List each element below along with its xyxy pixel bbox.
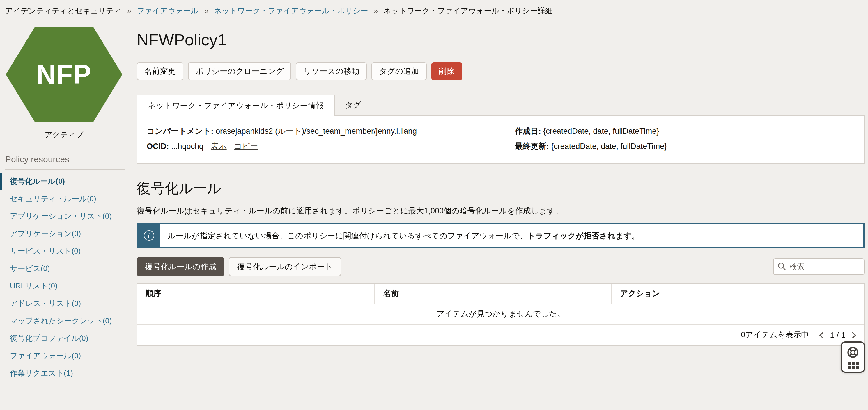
policy-information-panel: コンパートメント: orasejapankids2 (ルート)/sec_team… xyxy=(137,115,865,164)
updated-label: 最終更新: xyxy=(515,142,549,150)
info-banner-text: ルールが指定されていない場合、このポリシーに関連付けられているすべてのファイアウ… xyxy=(159,231,648,240)
table-footer: 0アイテムを表示中 1 / 1 xyxy=(137,324,864,345)
pagination: 1 / 1 xyxy=(818,331,857,339)
sidebar-item-url-lists[interactable]: URLリスト(0) xyxy=(0,277,131,295)
delete-button[interactable]: 削除 xyxy=(431,62,462,80)
created-row: 作成日: {createdDate, date, fullDateTime} xyxy=(515,124,855,139)
move-resource-button[interactable]: リソースの移動 xyxy=(296,62,367,80)
sidebar-item-application-lists[interactable]: アプリケーション・リスト(0) xyxy=(0,208,131,225)
sidebar-item-mapped-secrets[interactable]: マップされたシークレット(0) xyxy=(0,312,131,330)
chevron-right-icon xyxy=(850,331,857,339)
decryption-rules-table: 順序 名前 アクション アイテムが見つかりませんでした。 0アイテムを表示中 1… xyxy=(137,283,865,346)
clone-policy-button[interactable]: ポリシーのクローニング xyxy=(188,62,291,80)
page-title: NFWPolicy1 xyxy=(137,30,865,50)
info-banner-text-normal: ルールが指定されていない場合、このポリシーに関連付けられているすべてのファイアウ… xyxy=(168,231,527,240)
breadcrumb-separator: » xyxy=(374,6,378,15)
column-header-order: 順序 xyxy=(137,284,375,304)
search-box xyxy=(773,258,865,275)
sidebar-item-applications[interactable]: アプリケーション(0) xyxy=(0,225,131,242)
breadcrumb-item-identity-security: アイデンティティとセキュリティ xyxy=(5,6,121,15)
updated-row: 最終更新: {createdDate, date, fullDateTime} xyxy=(515,139,855,154)
resource-hexagon-label: NFP xyxy=(36,59,92,90)
breadcrumb-separator: » xyxy=(204,6,209,15)
compartment-label: コンパートメント: xyxy=(147,127,213,136)
table-header-row: 順序 名前 アクション xyxy=(137,284,864,304)
sidebar-item-decryption-profiles[interactable]: 復号化プロファイル(0) xyxy=(0,330,131,347)
detail-tabs: ネットワーク・ファイアウォール・ポリシー情報 タグ xyxy=(137,95,865,115)
next-page-button[interactable] xyxy=(850,331,857,339)
decryption-rules-title: 復号化ルール xyxy=(137,180,865,197)
sidebar: NFP アクティブ Policy resources 復号化ルール(0) セキュ… xyxy=(0,16,131,382)
created-label: 作成日: xyxy=(515,127,541,136)
action-buttons: 名前変更 ポリシーのクローニング リソースの移動 タグの追加 削除 xyxy=(137,62,865,80)
breadcrumb-separator: » xyxy=(127,6,131,15)
previous-page-button[interactable] xyxy=(818,331,825,339)
status-label: アクティブ xyxy=(0,130,128,140)
grid-dots-icon xyxy=(847,362,858,368)
column-header-name: 名前 xyxy=(375,284,612,304)
breadcrumb-link-network-firewall-policies[interactable]: ネットワーク・ファイアウォール・ポリシー xyxy=(214,6,368,15)
sidebar-item-address-lists[interactable]: アドレス・リスト(0) xyxy=(0,295,131,312)
rename-button[interactable]: 名前変更 xyxy=(137,62,183,80)
compartment-value: orasejapankids2 (ルート)/sec_team_member/je… xyxy=(216,127,417,136)
column-header-action: アクション xyxy=(612,284,864,304)
tab-tags[interactable]: タグ xyxy=(335,95,372,115)
tab-policy-information[interactable]: ネットワーク・ファイアウォール・ポリシー情報 xyxy=(137,95,335,116)
sidebar-item-services[interactable]: サービス(0) xyxy=(0,260,131,277)
chevron-left-icon xyxy=(818,331,825,339)
add-tags-button[interactable]: タグの追加 xyxy=(371,62,427,80)
rules-toolbar: 復号化ルールの作成 復号化ルールのインポート xyxy=(137,257,865,276)
main-content: NFWPolicy1 名前変更 ポリシーのクローニング リソースの移動 タグの追… xyxy=(131,16,868,346)
lifebuoy-icon xyxy=(846,346,859,358)
search-icon xyxy=(778,262,786,270)
resource-hexagon-icon: NFP xyxy=(6,27,122,122)
info-banner: i ルールが指定されていない場合、このポリシーに関連付けられているすべてのファイ… xyxy=(137,223,865,248)
created-value: {createdDate, date, fullDateTime} xyxy=(543,127,659,136)
sidebar-item-service-lists[interactable]: サービス・リスト(0) xyxy=(0,242,131,260)
compartment-row: コンパートメント: orasejapankids2 (ルート)/sec_team… xyxy=(147,124,515,139)
create-decryption-rule-button[interactable]: 復号化ルールの作成 xyxy=(137,257,224,276)
policy-resources-nav: 復号化ルール(0) セキュリティ・ルール(0) アプリケーション・リスト(0) … xyxy=(0,173,131,382)
sidebar-item-security-rules[interactable]: セキュリティ・ルール(0) xyxy=(0,190,131,208)
sidebar-item-work-requests[interactable]: 作業リクエスト(1) xyxy=(0,365,131,382)
search-input[interactable] xyxy=(773,258,865,275)
sidebar-divider xyxy=(5,169,125,170)
info-banner-icon-block: i xyxy=(138,224,159,247)
ocid-row: OCID: ...hqochq 表示 コピー xyxy=(147,139,515,154)
ocid-copy-link[interactable]: コピー xyxy=(234,142,258,150)
import-decryption-rules-button[interactable]: 復号化ルールのインポート xyxy=(229,257,341,276)
page-indicator: 1 / 1 xyxy=(830,331,845,339)
breadcrumb-link-firewalls[interactable]: ファイアウォール xyxy=(137,6,198,15)
ocid-show-link[interactable]: 表示 xyxy=(211,142,227,150)
decryption-rules-description: 復号化ルールはセキュリティ・ルールの前に適用されます。ポリシーごとに最大1,00… xyxy=(137,206,865,216)
info-banner-text-bold: トラフィックが拒否されます。 xyxy=(527,231,640,240)
breadcrumb-item-policy-details: ネットワーク・ファイアウォール・ポリシー詳細 xyxy=(384,6,553,15)
breadcrumb: アイデンティティとセキュリティ » ファイアウォール » ネットワーク・ファイア… xyxy=(0,0,868,16)
updated-value: {createdDate, date, fullDateTime} xyxy=(551,142,667,150)
ocid-label: OCID: xyxy=(147,142,169,150)
info-icon: i xyxy=(144,230,154,241)
help-widget-button[interactable] xyxy=(841,341,865,373)
panel-right-column: 作成日: {createdDate, date, fullDateTime} 最… xyxy=(515,124,855,154)
policy-resources-title: Policy resources xyxy=(5,154,131,164)
items-showing-text: 0アイテムを表示中 xyxy=(741,330,809,340)
ocid-value: ...hqochq xyxy=(171,142,204,150)
panel-left-column: コンパートメント: orasejapankids2 (ルート)/sec_team… xyxy=(147,124,515,154)
table-empty-message: アイテムが見つかりませんでした。 xyxy=(137,304,864,324)
sidebar-item-decryption-rules[interactable]: 復号化ルール(0) xyxy=(0,173,131,190)
sidebar-item-firewalls[interactable]: ファイアウォール(0) xyxy=(0,347,131,365)
